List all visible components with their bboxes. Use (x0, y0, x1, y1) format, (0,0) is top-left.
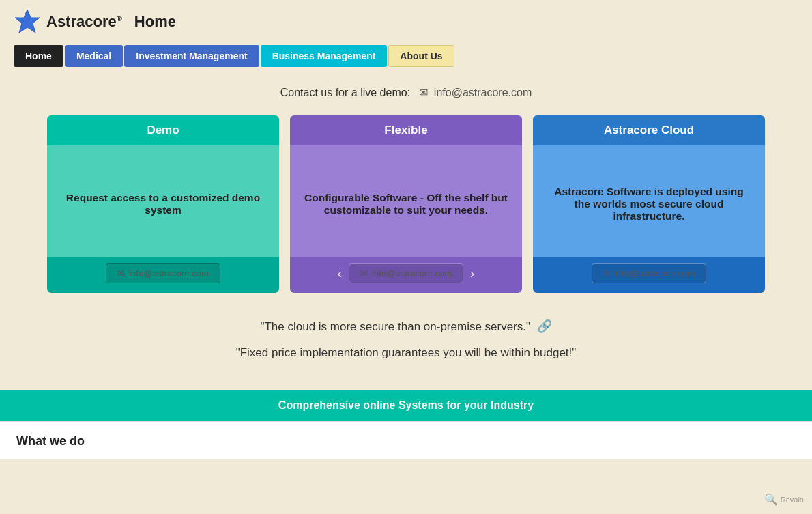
card-flexible-body: Configurable Software - Off the shelf bu… (290, 145, 522, 257)
header: Astracore® Home (0, 0, 812, 41)
contact-email[interactable]: info@astracore.com (434, 87, 532, 98)
card-demo-body: Request access to a customized demo syst… (47, 145, 279, 257)
svg-marker-0 (15, 10, 40, 33)
contact-bar: Contact us for a live demo: ✉ info@astra… (0, 74, 812, 106)
logo-star-icon (14, 8, 41, 35)
card-cloud: Astracore Cloud Astracore Software is de… (533, 115, 765, 293)
email-icon-demo: ✉ (117, 268, 125, 279)
card-flexible-footer: ‹ ✉ info@astracore.com › (290, 257, 522, 293)
email-icon: ✉ (419, 87, 428, 98)
card-cloud-email-btn[interactable]: ✉ info@astracore.com (592, 263, 706, 283)
nav-bar: Home Medical Investment Management Busin… (0, 41, 812, 74)
quote-1: "The cloud is more secure than on-premis… (41, 319, 771, 334)
email-icon-cloud: ✉ (603, 268, 611, 279)
nav-item-investment[interactable]: Investment Management (124, 45, 259, 67)
nav-item-about[interactable]: About Us (388, 45, 454, 67)
what-section: What we do (0, 421, 812, 459)
what-title: What we do (16, 434, 796, 448)
card-demo: Demo Request access to a customized demo… (47, 115, 279, 293)
bottom-banner: Comprehensive online Systems for your In… (0, 390, 812, 421)
carousel-prev-icon[interactable]: ‹ (335, 266, 345, 281)
revain-icon: 🔍 (764, 493, 778, 506)
card-demo-header: Demo (47, 115, 279, 145)
card-demo-footer: ✉ info@astracore.com (47, 257, 279, 293)
email-icon-flexible: ✉ (360, 268, 368, 279)
card-flexible: Flexible Configurable Software - Off the… (290, 115, 522, 293)
nav-item-medical[interactable]: Medical (65, 45, 123, 67)
link-icon: 🔗 (537, 319, 552, 333)
card-flexible-email-btn[interactable]: ✉ info@astracore.com (349, 263, 463, 283)
brand-name: Astracore® (46, 13, 122, 31)
card-cloud-body: Astracore Software is deployed using the… (533, 145, 765, 257)
quote-2: "Fixed price implementation guarantees y… (41, 346, 771, 360)
card-cloud-footer: ✉ info@astracore.com (533, 257, 765, 293)
cards-section: Demo Request access to a customized demo… (0, 106, 812, 306)
card-demo-email-btn[interactable]: ✉ info@astracore.com (106, 263, 220, 283)
nav-item-home[interactable]: Home (14, 45, 63, 67)
nav-item-business[interactable]: Business Management (261, 45, 388, 67)
quotes-section: "The cloud is more secure than on-premis… (0, 306, 812, 379)
contact-label: Contact us for a live demo: (280, 87, 410, 98)
carousel-next-icon[interactable]: › (467, 266, 478, 281)
page-title: Home (134, 13, 176, 31)
card-flexible-header: Flexible (290, 115, 522, 145)
revain-badge: 🔍 Revain (764, 493, 804, 506)
card-cloud-header: Astracore Cloud (533, 115, 765, 145)
